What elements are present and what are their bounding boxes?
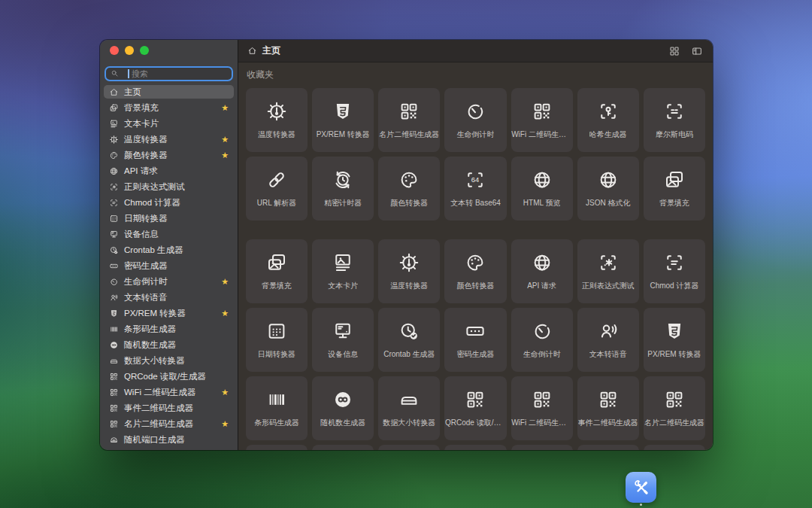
tile-hash-generator[interactable]: 哈希生成器	[577, 88, 639, 152]
sidebar-item-password-generator[interactable]: 密码生成器	[104, 259, 234, 272]
tile-random-number-generator[interactable]: 随机数生成器	[312, 376, 374, 440]
tile-regex-tester[interactable]: 正则表达式测试	[577, 239, 639, 303]
tile-data-size-converter[interactable]: 数据大小转换器	[378, 376, 440, 440]
grid-view-icon	[668, 45, 680, 57]
palette-icon	[398, 169, 420, 191]
tile-device-info[interactable]: 设备信息	[312, 308, 374, 372]
sidebar-item-data-size-converter[interactable]: 数据大小转换器	[104, 354, 234, 367]
tile-background-fill[interactable]: 背景填充	[644, 157, 705, 221]
sidebar-item-event-qrcode-generator[interactable]: 事件二维码生成器	[104, 401, 234, 415]
qrcode-icon	[663, 388, 686, 411]
tile-label: PX/REM 转换器	[647, 349, 701, 360]
tile-label: 文本转语音	[589, 349, 627, 360]
tile-px-rem-converter[interactable]: PX/REM 转换器	[644, 308, 705, 372]
favorites-grid: 温度转换器PX/REM 转换器名片二维码生成器生命倒计时WiFi 二维码生成器哈…	[246, 88, 705, 221]
tile-background-fill[interactable]: 背景填充	[246, 239, 308, 303]
sidebar-item-chmod-calculator[interactable]: Chmod 计算器	[104, 196, 234, 209]
tile-json-formatter[interactable]: JSON 格式化	[577, 157, 639, 221]
close-button[interactable]	[110, 46, 119, 55]
sidebar-item-random-number-generator[interactable]: 随机数生成器	[104, 338, 234, 351]
sidebar-item-home[interactable]: 主页	[104, 85, 234, 99]
sidebar-item-qrcode-reader-generator[interactable]: QRCode 读取/生成器	[104, 370, 234, 383]
sidebar-item-life-countdown[interactable]: 生命倒计时★	[104, 275, 234, 288]
sidebar-item-date-converter[interactable]: 日期转换器	[104, 211, 234, 225]
sidebar-item-device-info[interactable]: 设备信息	[104, 227, 234, 241]
images-icon	[265, 251, 288, 274]
tile-date-converter[interactable]: 日期转换器	[246, 308, 308, 372]
tile-color-converter[interactable]: 颜色转换器	[444, 239, 506, 303]
palette-icon	[109, 151, 119, 160]
tile-event-qrcode-generator[interactable]: 事件二维码生成器	[577, 376, 639, 440]
tile-color-converter[interactable]: 颜色转换器	[378, 157, 440, 221]
clock-check-icon	[398, 320, 420, 342]
drive-icon	[398, 388, 420, 411]
qrcode-icon	[531, 388, 553, 411]
favorite-star-icon: ★	[221, 151, 229, 160]
grid-view-button[interactable]	[667, 44, 682, 59]
sidebar-item-color-converter[interactable]: 颜色转换器★	[104, 148, 234, 162]
tile-label: 背景填充	[262, 281, 292, 291]
tile-text-to-base64[interactable]: 64文本转 Base64	[444, 157, 506, 221]
palette-icon	[464, 251, 486, 274]
sidebar-item-crontab-generator[interactable]: Crontab 生成器	[104, 243, 234, 257]
tile-label: HTML 预览	[523, 198, 561, 208]
toggle-sidebar-button[interactable]	[689, 44, 704, 59]
toolbar: 主页	[238, 40, 713, 62]
sidebar-item-label: 温度转换器	[124, 134, 168, 145]
tile-label: 哈希生成器	[589, 129, 627, 140]
regex-icon	[597, 251, 620, 274]
qrcode-icon	[464, 388, 486, 411]
sidebar-item-wifi-qrcode-generator[interactable]: WiFi 二维码生成器★	[104, 385, 234, 399]
sidebar-item-api-request[interactable]: API 请求	[104, 164, 234, 178]
sidebar-item-px-rem-converter[interactable]: PX/REM 转换器★	[104, 306, 234, 320]
tile-life-countdown[interactable]: 生命倒计时	[511, 308, 573, 372]
tile-crontab-generator[interactable]: Crontab 生成器	[378, 308, 440, 372]
tile-chmod-calculator[interactable]: Chmod 计算器	[644, 239, 705, 303]
tile-life-countdown[interactable]: 生命倒计时	[444, 88, 506, 152]
tile-vcard-qrcode-generator[interactable]: 名片二维码生成器	[644, 376, 705, 440]
tile-partial[interactable]	[644, 445, 705, 450]
sidebar-item-text-card[interactable]: 文本卡片	[104, 117, 234, 130]
tile-wifi-qrcode-generator[interactable]: WiFi 二维码生成器	[511, 88, 573, 152]
tile-vcard-qrcode-generator[interactable]: 名片二维码生成器	[378, 88, 440, 152]
home-icon	[247, 46, 257, 56]
tile-partial[interactable]	[444, 445, 506, 450]
tile-password-generator[interactable]: 密码生成器	[444, 308, 506, 372]
sidebar-item-vcard-qrcode-generator[interactable]: 名片二维码生成器★	[104, 417, 234, 430]
tile-label: 精密计时器	[324, 198, 362, 208]
qrcode-icon	[398, 100, 420, 123]
tile-url-parser[interactable]: URL 解析器	[246, 157, 308, 221]
sidebar-item-temperature-converter[interactable]: 温度转换器★	[104, 132, 234, 146]
tile-partial[interactable]	[511, 445, 573, 450]
tile-qrcode-reader-generator[interactable]: QRCode 读取/生成器	[444, 376, 506, 440]
tile-wifi-qrcode-generator[interactable]: WiFi 二维码生成器	[511, 376, 573, 440]
sidebar-item-rsa-key-generator[interactable]: RSA 密钥生成器	[104, 449, 234, 450]
tile-html-preview[interactable]: HTML 预览	[511, 157, 573, 221]
sidebar-item-label: 随机端口生成器	[124, 434, 185, 446]
tile-partial[interactable]	[246, 445, 308, 450]
tile-morse-code[interactable]: 摩尔斯电码	[644, 88, 705, 152]
sidebar-item-barcode-generator[interactable]: 条形码生成器	[104, 322, 234, 336]
sidebar-item-regex-tester[interactable]: 正则表达式测试	[104, 180, 234, 193]
toolbox-app-dock-icon[interactable]	[626, 472, 656, 503]
zoom-button[interactable]	[140, 46, 149, 55]
clock-arrows-icon	[332, 169, 354, 191]
qrcode-icon	[109, 372, 119, 382]
tile-px-rem-converter[interactable]: PX/REM 转换器	[312, 88, 374, 152]
key-brackets-icon	[597, 100, 620, 123]
sidebar-item-random-port-generator[interactable]: 随机端口生成器	[104, 433, 234, 446]
sidebar-item-text-to-speech[interactable]: 文本转语音	[104, 291, 234, 304]
tile-api-request[interactable]: API 请求	[511, 239, 573, 303]
tile-text-card[interactable]: 文本卡片	[312, 239, 374, 303]
tile-temperature-converter[interactable]: 温度转换器	[378, 239, 440, 303]
tile-temperature-converter[interactable]: 温度转换器	[246, 88, 308, 152]
tile-barcode-generator[interactable]: 条形码生成器	[246, 376, 308, 440]
sidebar-item-background-fill[interactable]: 背景填充★	[104, 101, 234, 114]
search-input[interactable]	[105, 66, 233, 81]
tile-partial[interactable]	[312, 445, 374, 450]
minimize-button[interactable]	[125, 46, 134, 55]
tile-partial[interactable]	[378, 445, 440, 450]
tile-precision-timer[interactable]: 精密计时器	[312, 157, 374, 221]
tile-partial[interactable]	[577, 445, 639, 450]
tile-text-to-speech[interactable]: 文本转语音	[577, 308, 639, 372]
